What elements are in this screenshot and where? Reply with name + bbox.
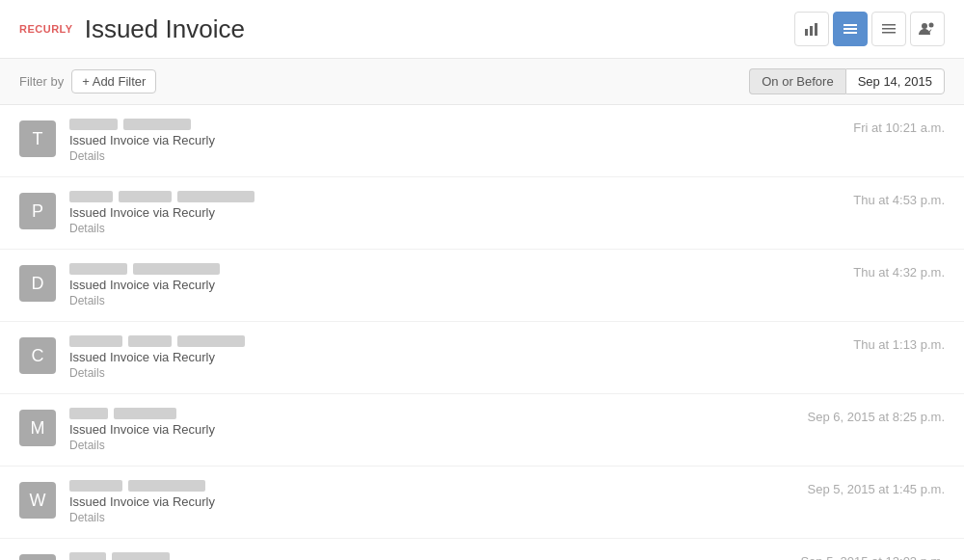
item-name-bar — [69, 119, 945, 130]
people-button[interactable] — [910, 12, 945, 46]
redacted-name-block — [69, 480, 122, 492]
redacted-name-block — [69, 408, 108, 419]
item-content: Issued Invoice via RecurlyDetails — [69, 335, 945, 380]
redacted-name-block — [177, 191, 254, 202]
header: Recurly Issued Invoice — [0, 0, 964, 59]
svg-point-9 — [922, 23, 927, 29]
item-timestamp: Thu at 4:53 p.m. — [853, 193, 945, 207]
item-content: Issued Invoice via RecurlyDetails — [69, 191, 945, 235]
item-content: Issued Invoice via RecurlyDetails — [69, 119, 945, 163]
svg-rect-7 — [882, 28, 896, 30]
item-timestamp: Fri at 10:21 a.m. — [853, 120, 945, 135]
redacted-name-block — [69, 552, 106, 560]
item-description: Issued Invoice via Recurly — [69, 422, 945, 437]
redacted-name-block — [119, 191, 172, 202]
on-or-before-label: On or Before — [749, 68, 844, 94]
svg-point-10 — [929, 23, 934, 28]
svg-rect-5 — [844, 32, 857, 34]
date-value[interactable]: Sep 14, 2015 — [845, 68, 945, 94]
add-filter-button[interactable]: + Add Filter — [71, 69, 156, 93]
invoice-list: TIssued Invoice via RecurlyDetailsFri at… — [0, 105, 964, 560]
bar-chart-button[interactable] — [794, 12, 829, 46]
redacted-name-block — [133, 263, 220, 275]
redacted-name-block — [128, 480, 205, 492]
avatar: C — [19, 337, 56, 374]
item-description: Issued Invoice via Recurly — [69, 494, 945, 509]
item-details-link[interactable]: Details — [69, 366, 945, 380]
svg-rect-6 — [882, 24, 896, 26]
list-icon — [843, 21, 858, 37]
filter-by-label: Filter by — [19, 74, 64, 89]
item-timestamp: Sep 6, 2015 at 8:25 p.m. — [808, 410, 945, 424]
item-description: Issued Invoice via Recurly — [69, 133, 945, 147]
filter-bar: Filter by + Add Filter On or Before Sep … — [0, 59, 964, 105]
invoice-item: TIssued Invoice via RecurlyDetailsSep 5,… — [0, 539, 964, 560]
item-description: Issued Invoice via Recurly — [69, 278, 945, 292]
header-icons — [794, 12, 945, 46]
item-name-bar — [69, 335, 945, 347]
redacted-name-block — [128, 335, 172, 347]
svg-rect-8 — [882, 32, 896, 34]
redacted-name-block — [69, 335, 122, 347]
svg-rect-3 — [844, 24, 857, 26]
avatar: P — [19, 193, 56, 229]
invoice-item: MIssued Invoice via RecurlyDetailsSep 6,… — [0, 394, 964, 467]
recurly-logo: Recurly — [19, 23, 73, 35]
avatar: T — [19, 120, 56, 157]
item-details-link[interactable]: Details — [69, 294, 945, 307]
item-details-link[interactable]: Details — [69, 222, 945, 235]
svg-rect-0 — [805, 29, 808, 36]
item-timestamp: Sep 5, 2015 at 1:45 p.m. — [808, 482, 945, 496]
avatar: W — [19, 482, 56, 519]
redacted-name-block — [69, 191, 113, 202]
item-description: Issued Invoice via Recurly — [69, 205, 945, 220]
item-timestamp: Thu at 4:32 p.m. — [853, 265, 945, 280]
header-left: Recurly Issued Invoice — [19, 14, 245, 44]
invoice-item: WIssued Invoice via RecurlyDetailsSep 5,… — [0, 467, 964, 539]
invoice-item: PIssued Invoice via RecurlyDetailsThu at… — [0, 177, 964, 250]
lines-view-button[interactable] — [871, 12, 906, 46]
filter-left: Filter by + Add Filter — [19, 69, 156, 93]
invoice-item: DIssued Invoice via RecurlyDetailsThu at… — [0, 250, 964, 322]
svg-rect-1 — [810, 26, 813, 36]
filter-right: On or Before Sep 14, 2015 — [749, 68, 945, 94]
redacted-name-block — [69, 263, 127, 275]
redacted-name-block — [123, 119, 191, 130]
redacted-name-block — [112, 552, 170, 560]
list-view-button[interactable] — [833, 12, 868, 46]
svg-rect-4 — [844, 28, 857, 30]
item-description: Issued Invoice via Recurly — [69, 350, 945, 364]
redacted-name-block — [114, 408, 176, 419]
invoice-item: TIssued Invoice via RecurlyDetailsFri at… — [0, 105, 964, 177]
lines-icon — [881, 21, 897, 37]
item-details-link[interactable]: Details — [69, 439, 945, 452]
item-timestamp: Sep 5, 2015 at 12:03 p.m. — [800, 554, 945, 560]
item-details-link[interactable]: Details — [69, 149, 945, 163]
people-icon — [919, 21, 936, 37]
redacted-name-block — [69, 119, 118, 130]
redacted-name-block — [177, 335, 245, 347]
item-content: Issued Invoice via RecurlyDetails — [69, 263, 945, 307]
item-name-bar — [69, 263, 945, 275]
svg-rect-2 — [815, 23, 817, 36]
item-details-link[interactable]: Details — [69, 511, 945, 524]
avatar: T — [19, 554, 56, 560]
item-name-bar — [69, 191, 945, 202]
page-title: Issued Invoice — [85, 14, 245, 44]
item-timestamp: Thu at 1:13 p.m. — [853, 337, 945, 352]
avatar: M — [19, 410, 56, 446]
invoice-item: CIssued Invoice via RecurlyDetailsThu at… — [0, 322, 964, 394]
bar-chart-icon — [804, 21, 819, 37]
avatar: D — [19, 265, 56, 302]
